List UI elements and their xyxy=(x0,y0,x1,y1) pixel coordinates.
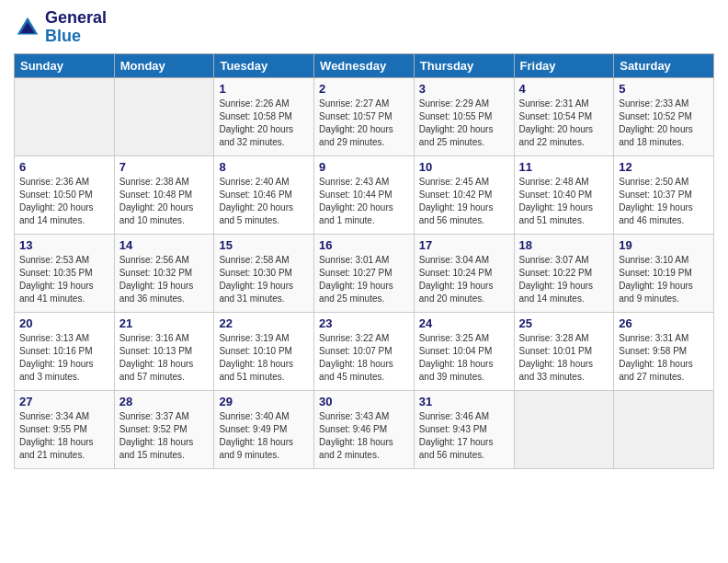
logo-text: General Blue xyxy=(45,9,107,46)
day-number: 23 xyxy=(319,316,409,330)
day-number: 9 xyxy=(319,160,409,174)
day-info: Sunrise: 2:26 AM Sunset: 10:58 PM Daylig… xyxy=(219,98,309,149)
calendar-cell: 18Sunrise: 3:07 AM Sunset: 10:22 PM Dayl… xyxy=(514,234,614,312)
calendar-cell xyxy=(15,77,115,155)
day-info: Sunrise: 3:43 AM Sunset: 9:46 PM Dayligh… xyxy=(319,410,409,462)
day-info: Sunrise: 2:56 AM Sunset: 10:32 PM Daylig… xyxy=(119,254,210,305)
calendar-cell: 25Sunrise: 3:28 AM Sunset: 10:01 PM Dayl… xyxy=(514,312,614,390)
day-info: Sunrise: 3:13 AM Sunset: 10:16 PM Daylig… xyxy=(19,332,109,384)
day-number: 26 xyxy=(619,316,709,330)
calendar-cell: 7Sunrise: 2:38 AM Sunset: 10:48 PM Dayli… xyxy=(114,155,214,234)
calendar-cell: 30Sunrise: 3:43 AM Sunset: 9:46 PM Dayli… xyxy=(314,390,415,468)
calendar-cell: 1Sunrise: 2:26 AM Sunset: 10:58 PM Dayli… xyxy=(214,77,314,155)
calendar-week-row: 6Sunrise: 2:36 AM Sunset: 10:50 PM Dayli… xyxy=(15,155,714,234)
day-info: Sunrise: 3:34 AM Sunset: 9:55 PM Dayligh… xyxy=(19,410,109,462)
calendar-cell: 23Sunrise: 3:22 AM Sunset: 10:07 PM Dayl… xyxy=(314,312,415,390)
calendar-cell: 2Sunrise: 2:27 AM Sunset: 10:57 PM Dayli… xyxy=(314,77,415,155)
calendar-cell: 19Sunrise: 3:10 AM Sunset: 10:19 PM Dayl… xyxy=(614,234,714,312)
day-info: Sunrise: 2:43 AM Sunset: 10:44 PM Daylig… xyxy=(319,176,409,227)
day-number: 15 xyxy=(219,238,309,252)
calendar-cell: 13Sunrise: 2:53 AM Sunset: 10:35 PM Dayl… xyxy=(15,234,115,312)
day-info: Sunrise: 2:40 AM Sunset: 10:46 PM Daylig… xyxy=(219,176,309,227)
day-info: Sunrise: 2:58 AM Sunset: 10:30 PM Daylig… xyxy=(219,254,309,305)
day-number: 20 xyxy=(19,316,109,330)
calendar-cell xyxy=(514,390,614,468)
day-info: Sunrise: 3:01 AM Sunset: 10:27 PM Daylig… xyxy=(319,254,409,305)
calendar-cell: 24Sunrise: 3:25 AM Sunset: 10:04 PM Dayl… xyxy=(414,312,514,390)
calendar-week-row: 27Sunrise: 3:34 AM Sunset: 9:55 PM Dayli… xyxy=(15,390,714,468)
day-number: 14 xyxy=(119,238,210,252)
logo: General Blue xyxy=(14,9,107,46)
day-info: Sunrise: 2:53 AM Sunset: 10:35 PM Daylig… xyxy=(19,254,109,305)
day-info: Sunrise: 3:40 AM Sunset: 9:49 PM Dayligh… xyxy=(219,410,309,462)
day-number: 17 xyxy=(419,238,509,252)
day-info: Sunrise: 3:28 AM Sunset: 10:01 PM Daylig… xyxy=(519,332,609,384)
day-number: 27 xyxy=(19,395,109,408)
calendar-cell: 10Sunrise: 2:45 AM Sunset: 10:42 PM Dayl… xyxy=(414,155,514,234)
calendar-cell: 26Sunrise: 3:31 AM Sunset: 9:58 PM Dayli… xyxy=(614,312,714,390)
column-header-tuesday: Tuesday xyxy=(214,53,314,77)
day-info: Sunrise: 2:36 AM Sunset: 10:50 PM Daylig… xyxy=(19,176,109,227)
column-header-friday: Friday xyxy=(514,53,614,77)
calendar-cell: 12Sunrise: 2:50 AM Sunset: 10:37 PM Dayl… xyxy=(614,155,714,234)
day-info: Sunrise: 2:38 AM Sunset: 10:48 PM Daylig… xyxy=(119,176,210,227)
column-header-wednesday: Wednesday xyxy=(314,53,415,77)
calendar-cell: 14Sunrise: 2:56 AM Sunset: 10:32 PM Dayl… xyxy=(114,234,214,312)
day-number: 11 xyxy=(519,160,609,174)
calendar-cell xyxy=(614,390,714,468)
day-number: 25 xyxy=(519,316,609,330)
day-info: Sunrise: 2:31 AM Sunset: 10:54 PM Daylig… xyxy=(519,98,609,149)
calendar-cell: 8Sunrise: 2:40 AM Sunset: 10:46 PM Dayli… xyxy=(214,155,314,234)
calendar-cell: 27Sunrise: 3:34 AM Sunset: 9:55 PM Dayli… xyxy=(15,390,115,468)
day-number: 10 xyxy=(419,160,509,174)
day-info: Sunrise: 2:29 AM Sunset: 10:55 PM Daylig… xyxy=(419,98,509,149)
calendar-cell: 21Sunrise: 3:16 AM Sunset: 10:13 PM Dayl… xyxy=(114,312,214,390)
day-number: 6 xyxy=(19,160,109,174)
day-info: Sunrise: 3:22 AM Sunset: 10:07 PM Daylig… xyxy=(319,332,409,384)
day-number: 24 xyxy=(419,316,509,330)
day-info: Sunrise: 2:33 AM Sunset: 10:52 PM Daylig… xyxy=(619,98,709,149)
column-header-monday: Monday xyxy=(114,53,214,77)
calendar-week-row: 1Sunrise: 2:26 AM Sunset: 10:58 PM Dayli… xyxy=(15,77,714,155)
calendar-cell: 11Sunrise: 2:48 AM Sunset: 10:40 PM Dayl… xyxy=(514,155,614,234)
day-number: 7 xyxy=(119,160,210,174)
day-info: Sunrise: 2:27 AM Sunset: 10:57 PM Daylig… xyxy=(319,98,409,149)
day-number: 12 xyxy=(619,160,709,174)
day-info: Sunrise: 3:16 AM Sunset: 10:13 PM Daylig… xyxy=(119,332,210,384)
calendar-cell: 4Sunrise: 2:31 AM Sunset: 10:54 PM Dayli… xyxy=(514,77,614,155)
calendar-cell xyxy=(114,77,214,155)
calendar-cell: 6Sunrise: 2:36 AM Sunset: 10:50 PM Dayli… xyxy=(15,155,115,234)
calendar-cell: 3Sunrise: 2:29 AM Sunset: 10:55 PM Dayli… xyxy=(414,77,514,155)
day-number: 1 xyxy=(219,82,309,96)
calendar-cell: 31Sunrise: 3:46 AM Sunset: 9:43 PM Dayli… xyxy=(414,390,514,468)
calendar-cell: 9Sunrise: 2:43 AM Sunset: 10:44 PM Dayli… xyxy=(314,155,415,234)
day-number: 22 xyxy=(219,316,309,330)
day-number: 21 xyxy=(119,316,210,330)
calendar-cell: 29Sunrise: 3:40 AM Sunset: 9:49 PM Dayli… xyxy=(214,390,314,468)
column-header-sunday: Sunday xyxy=(15,53,115,77)
calendar-cell: 5Sunrise: 2:33 AM Sunset: 10:52 PM Dayli… xyxy=(614,77,714,155)
calendar-week-row: 13Sunrise: 2:53 AM Sunset: 10:35 PM Dayl… xyxy=(15,234,714,312)
day-number: 31 xyxy=(419,395,509,408)
day-number: 5 xyxy=(619,82,709,96)
column-header-thursday: Thursday xyxy=(414,53,514,77)
logo-icon xyxy=(14,14,41,41)
day-info: Sunrise: 3:19 AM Sunset: 10:10 PM Daylig… xyxy=(219,332,309,384)
column-header-saturday: Saturday xyxy=(614,53,714,77)
day-info: Sunrise: 3:25 AM Sunset: 10:04 PM Daylig… xyxy=(419,332,509,384)
day-info: Sunrise: 3:37 AM Sunset: 9:52 PM Dayligh… xyxy=(119,410,210,462)
day-number: 29 xyxy=(219,395,309,408)
day-number: 30 xyxy=(319,395,409,408)
day-info: Sunrise: 2:48 AM Sunset: 10:40 PM Daylig… xyxy=(519,176,609,227)
day-number: 18 xyxy=(519,238,609,252)
day-number: 19 xyxy=(619,238,709,252)
day-number: 2 xyxy=(319,82,409,96)
day-number: 4 xyxy=(519,82,609,96)
page-container: General Blue SundayMondayTuesdayWednesda… xyxy=(0,0,728,478)
day-info: Sunrise: 3:04 AM Sunset: 10:24 PM Daylig… xyxy=(419,254,509,305)
calendar-cell: 16Sunrise: 3:01 AM Sunset: 10:27 PM Dayl… xyxy=(314,234,415,312)
calendar-cell: 17Sunrise: 3:04 AM Sunset: 10:24 PM Dayl… xyxy=(414,234,514,312)
calendar-table: SundayMondayTuesdayWednesdayThursdayFrid… xyxy=(14,53,714,469)
day-number: 13 xyxy=(19,238,109,252)
day-info: Sunrise: 3:07 AM Sunset: 10:22 PM Daylig… xyxy=(519,254,609,305)
